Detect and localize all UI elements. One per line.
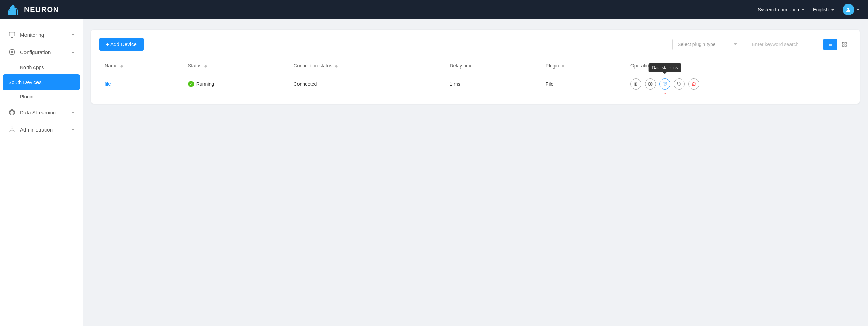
monitor-icon [8,31,16,39]
cell-status: ✓ Running [182,73,288,95]
data-stats-icon [662,82,667,86]
language-chevron-icon [831,9,834,11]
sort-down-icon [120,66,123,68]
device-name-link[interactable]: file [105,81,111,87]
view-toggle [823,39,851,50]
settings-button[interactable] [645,78,656,90]
plugin-label: Plugin [20,94,33,99]
col-delay-time: Delay time [444,59,540,73]
svg-rect-6 [9,32,15,36]
tags-button[interactable] [674,78,685,90]
system-info-menu[interactable]: System Information [757,7,805,12]
svg-point-5 [847,8,849,10]
svg-point-11 [11,127,13,129]
status-sort-icon [204,65,207,68]
south-devices-label: South Devices [8,79,74,85]
col-plugin: Plugin [540,59,625,73]
data-stats-tooltip-container: Data statistics [659,78,670,90]
logo-icon [8,4,21,15]
add-device-button[interactable]: + Add Device [99,38,144,51]
svg-rect-20 [842,45,844,46]
cell-connection-status: Connected [288,73,445,95]
pause-icon [634,82,638,86]
sidebar-item-south-devices[interactable]: South Devices [3,74,80,90]
sidebar-item-administration[interactable]: Administration [0,121,83,138]
status-running: ✓ Running [188,81,283,87]
north-apps-label: North Apps [20,65,44,70]
svg-rect-4 [17,10,18,15]
avatar [843,4,854,15]
system-info-chevron-icon [801,9,805,11]
language-label: English [813,7,829,12]
configuration-chevron-icon [72,51,74,53]
sidebar-item-north-apps[interactable]: North Apps [0,61,83,74]
logo: NEURON [8,4,59,15]
list-view-icon [827,42,833,47]
table-row: file ✓ Running Connected 1 ms File [99,73,851,95]
sidebar-item-monitoring[interactable]: Monitoring [0,26,83,43]
red-arrow-indicator: ↑ [663,91,667,98]
plugin-sort-icon [562,65,564,68]
sidebar-item-configuration[interactable]: Configuration [0,43,83,61]
sort-up-icon [120,65,123,66]
cell-delay-time: 1 ms [444,73,540,95]
grid-view-button[interactable] [837,39,851,50]
language-menu[interactable]: English [813,7,834,12]
devices-table: Name Status [99,59,851,95]
data-streaming-chevron-icon [72,112,74,113]
table-header: Name Status [99,59,851,73]
delete-icon [691,82,696,86]
sidebar-monitoring-label: Monitoring [20,32,67,38]
settings-icon [648,82,653,86]
status-dot: ✓ [188,81,194,87]
logo-text: NEURON [24,5,59,14]
svg-rect-18 [842,42,844,44]
svg-point-9 [11,51,13,53]
streaming-icon [8,108,16,116]
cell-operation: Data statistics [625,73,851,95]
col-operation: Operation [625,59,851,73]
status-label: Running [196,81,214,87]
sidebar-item-data-streaming[interactable]: Data Streaming [0,104,83,121]
delete-button[interactable] [688,78,699,90]
col-connection-status: Connection status [288,59,445,73]
data-statistics-button[interactable] [659,78,670,90]
table-body: file ✓ Running Connected 1 ms File [99,73,851,95]
administration-label: Administration [20,127,67,133]
sidebar-configuration-label: Configuration [20,49,67,55]
svg-rect-0 [8,10,10,15]
sidebar-item-plugin[interactable]: Plugin [0,90,83,104]
table-header-row: Name Status [99,59,851,73]
name-sort-icon [120,65,123,68]
add-device-label: + Add Device [106,41,137,47]
pause-button[interactable] [630,78,641,90]
user-chevron-icon [856,9,860,11]
app-header: NEURON System Information English [0,0,868,19]
tags-icon [677,82,682,86]
plugin-type-select[interactable]: Select plugin type [672,39,741,50]
system-info-label: System Information [757,7,799,12]
keyword-search-input[interactable] [747,39,817,50]
grid-view-icon [841,42,847,47]
content-card: + Add Device Select plugin type [91,30,860,104]
user-menu[interactable] [843,4,860,15]
col-name: Name [99,59,182,73]
svg-rect-21 [845,45,846,46]
cell-name: file [99,73,182,95]
data-streaming-label: Data Streaming [20,109,67,115]
svg-rect-19 [845,42,846,44]
connection-sort-icon [335,65,338,68]
action-buttons: Data statistics [630,78,846,90]
cell-plugin: File [540,73,625,95]
svg-rect-3 [14,8,16,15]
svg-rect-2 [12,5,14,15]
svg-rect-22 [635,83,636,86]
svg-rect-23 [636,83,637,86]
toolbar: + Add Device Select plugin type [99,38,851,51]
monitoring-chevron-icon [72,34,74,36]
administration-chevron-icon [72,129,74,130]
list-view-button[interactable] [823,39,837,50]
main-layout: Monitoring Configuration North Apps Sout… [0,19,868,326]
header-right: System Information English [757,4,860,15]
sidebar: Monitoring Configuration North Apps Sout… [0,19,83,326]
